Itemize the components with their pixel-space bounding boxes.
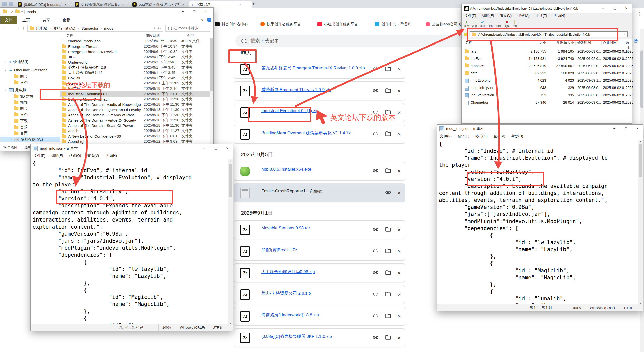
file-row[interactable]: Underworld2025/9/1 下午 3:46文件夹: [60, 60, 213, 65]
extract-button[interactable]: −提取: [471, 19, 479, 30]
breadcrumb[interactable]: 此电脑>资料存储 (A:)>Starsector>mods ∨ ↻: [27, 25, 163, 32]
archive-path-combobox[interactable]: A:\chromdownload\Industrial.Evolution4.0…: [470, 31, 628, 37]
copy-link-icon[interactable]: [372, 109, 379, 116]
address-dropdown-icon[interactable]: ∨: [153, 26, 155, 31]
download-file-link[interactable]: BuildingMenuOverhaul 建筑菜单美化 V1.1.4.7z: [261, 130, 351, 136]
file-row[interactable]: A New Level of Confidence - 302025/8/17 …: [60, 134, 213, 139]
scrollbar-thumb[interactable]: [639, 144, 642, 177]
ribbon-collapse-icon[interactable]: ∨: [201, 18, 203, 22]
download-file-link[interactable]: npp.8.8.5.Installer.x64.exe: [261, 167, 311, 172]
expander-icon[interactable]: >: [4, 60, 7, 63]
archive-column-header[interactable]: 创建时间: [603, 40, 617, 45]
show-in-folder-icon[interactable]: [385, 130, 391, 138]
menu-item[interactable]: 文件(F): [437, 134, 455, 139]
browser-menu-icon[interactable]: ⋮: [637, 11, 642, 17]
up-folder-icon[interactable]: [464, 33, 468, 36]
browser-tab[interactable]: F[0.96a/0.97a] Industrial Evolu×: [15, 1, 69, 8]
show-in-folder-icon[interactable]: [385, 291, 391, 298]
menu-item[interactable]: 帮助(H): [550, 14, 568, 18]
new-tab-button[interactable]: +: [252, 1, 255, 7]
chevron-down-icon[interactable]: ▾: [21, 10, 23, 13]
scrollbar-thumb[interactable]: [229, 164, 232, 197]
browser-tab[interactable]: Fbug求助 - 游戏讨论 - 远行星号×: [130, 1, 188, 8]
show-in-folder-icon[interactable]: [385, 66, 391, 73]
menu-item[interactable]: 查看(V): [84, 154, 102, 158]
file-row[interactable]: IndEvo2025/8/19 下午 2:10文件夹: [60, 86, 213, 91]
remove-download-icon[interactable]: ×: [397, 270, 401, 276]
copy-link-icon[interactable]: [372, 269, 379, 277]
breadcrumb-segment[interactable]: 资料存储 (A:): [53, 26, 75, 30]
bookmark-item[interactable]: 创作中心 - 哔哩哔...: [375, 21, 414, 27]
copy-link-icon[interactable]: [372, 226, 379, 234]
file-row[interactable]: Ashes of The Domain - Question Of Loyalt…: [60, 107, 213, 112]
copy-link-icon[interactable]: [372, 291, 379, 298]
sidebar-item[interactable]: 图片: [0, 106, 60, 111]
remove-download-icon[interactable]: ×: [397, 248, 401, 255]
browser-tab[interactable]: F0.98版游戏崩溃退出Bug - Bug×: [72, 1, 127, 8]
minimize-button[interactable]: −: [198, 144, 210, 152]
copy-button[interactable]: →复制: [487, 19, 495, 30]
sidebar-item[interactable]: 文档: [0, 80, 60, 85]
download-file-link[interactable]: 威胁渐显 Emergent Threats 1.0.9.zip: [261, 87, 331, 93]
download-file-link[interactable]: [C][前置]BoxUtil.7z: [261, 247, 297, 253]
delete-button[interactable]: ×删除: [503, 19, 511, 30]
archive-row[interactable]: IndEvo.version7533352025-06-03 0...2025-…: [462, 92, 632, 99]
maximize-button[interactable]: □: [609, 4, 621, 12]
maximize-button[interactable]: □: [188, 8, 200, 16]
show-in-folder-icon[interactable]: [385, 109, 391, 116]
archive-column-header[interactable]: 修改时间: [577, 40, 591, 45]
sidebar-item[interactable]: 下载: [0, 118, 60, 124]
help-icon[interactable]: ?: [207, 18, 211, 22]
remove-download-icon[interactable]: ×: [397, 227, 401, 233]
sidebar-item[interactable]: >资料存储 (A:): [0, 137, 60, 142]
sidebar-item[interactable]: 图片: [0, 74, 60, 79]
bookmark-item[interactable]: 快手创作者服务平台: [260, 21, 301, 27]
remove-download-icon[interactable]: ×: [397, 168, 401, 174]
archive-row[interactable]: jars2 186 7551 994 1652025-06-03 0...202…: [462, 48, 632, 55]
scroll-up-icon[interactable]: ∧: [638, 140, 643, 144]
download-file-link[interactable]: Industrial.Evolution4.0.i (1).zip: [261, 108, 319, 113]
archive-column-header[interactable]: 大小: [539, 40, 546, 45]
tab-file[interactable]: 文件: [0, 16, 17, 24]
file-row[interactable]: enabled_mods.json2025/9/6 上午 10:39JSON 文…: [60, 38, 213, 44]
column-type[interactable]: 类型: [187, 33, 194, 38]
add-button[interactable]: +添加: [463, 19, 471, 30]
column-name[interactable]: 名称: [66, 33, 73, 38]
archive-row[interactable]: data502 223168 0202025-06-02 0...2025-06…: [462, 70, 632, 77]
tab-close-icon[interactable]: ×: [182, 2, 184, 7]
menu-item[interactable]: 帮助(H): [508, 134, 526, 139]
download-file-link[interactable]: 第九战斗群复兴 Emergent Threats-IX Revival 1.0.…: [261, 65, 365, 71]
copy-link-icon[interactable]: [372, 248, 379, 255]
tab-close-icon[interactable]: ×: [64, 2, 67, 7]
file-row[interactable]: Building Menu Overhaul2025/8/18 下午 11:30…: [60, 97, 213, 102]
bookmark-item[interactable]: 小红书创作服务平台: [317, 21, 358, 27]
tab-home[interactable]: 主页: [18, 16, 34, 24]
combobox-dropdown-icon[interactable]: ∨: [623, 33, 625, 36]
menu-item[interactable]: 查看(V): [497, 14, 515, 18]
menu-item[interactable]: 编辑(E): [455, 134, 472, 139]
menu-item[interactable]: 文件(F): [462, 14, 479, 18]
sidebar-item[interactable]: >★快速访问: [0, 59, 60, 65]
menu-item[interactable]: 文件(F): [31, 154, 48, 158]
archive-column-header[interactable]: 压缩后大小: [557, 40, 574, 45]
file-row[interactable]: ApproLight2025/8/12 下午 9:09文件夹: [60, 139, 213, 144]
close-button[interactable]: ×: [621, 4, 632, 12]
expander-icon[interactable]: v: [4, 89, 7, 92]
expander-icon[interactable]: >: [9, 138, 12, 141]
pinned-tab-icon[interactable]: [9, 2, 13, 6]
minimize-button[interactable]: −: [177, 8, 188, 16]
sidebar-item[interactable]: 3D 对象: [0, 94, 60, 99]
pinned-tab-icon[interactable]: [2, 2, 7, 6]
file-row[interactable]: 天工联合船舶设计局2025/9/1 下午 3:45文件夹: [60, 70, 213, 75]
download-file-link[interactable]: 势力-卡特贸易公司 2.8.zip: [261, 290, 311, 296]
file-row[interactable]: Ashes of The Domain- Vaults of Knowledge…: [60, 102, 213, 107]
sidebar-item[interactable]: 视频: [0, 100, 60, 105]
show-in-folder-icon[interactable]: [385, 167, 391, 175]
bookmark-item[interactable]: 抖音创作者中心: [215, 21, 248, 27]
text-editor[interactable]: { "id":"IndEvo", # internal id "name":"I…: [437, 140, 638, 305]
copy-link-icon[interactable]: [372, 334, 379, 342]
menu-item[interactable]: 书签(A): [515, 14, 533, 18]
archive-row[interactable]: graphics29 526 81927 890 6672025-06-02 0…: [462, 62, 632, 70]
archive-row[interactable]: IndEvo14 153 98113 924 7402025-06-02 0..…: [462, 55, 632, 62]
breadcrumb-segment[interactable]: mods: [104, 26, 113, 30]
